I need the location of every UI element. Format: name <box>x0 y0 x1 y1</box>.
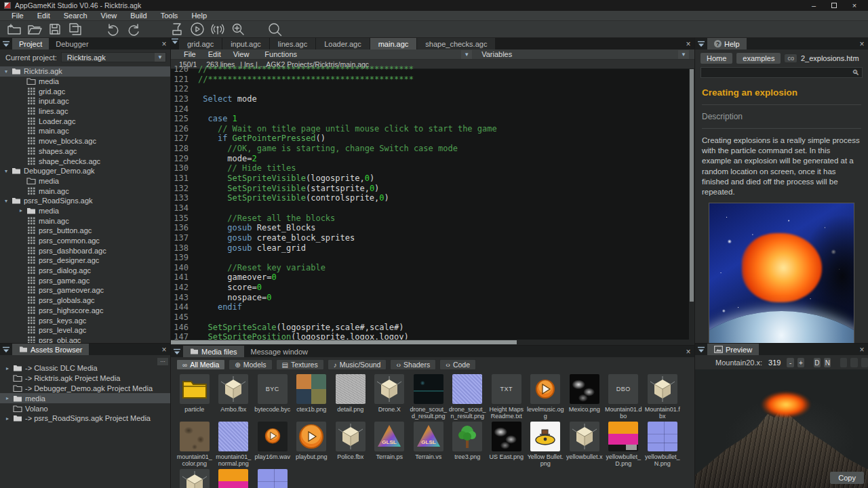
media-item[interactable]: US East.png <box>487 422 526 467</box>
editor-tab-lines-agc[interactable]: lines.agc <box>270 38 316 49</box>
open-project-button[interactable] <box>24 21 45 37</box>
close-icon[interactable]: × <box>856 38 868 49</box>
project-tree-item[interactable]: lines.agc <box>0 106 170 117</box>
project-tree-item[interactable]: psrs_dashboard.agc <box>0 245 170 256</box>
redo-button[interactable] <box>123 21 144 37</box>
media-thumbnail-badge[interactable]: DBO <box>608 374 638 404</box>
filter-textures[interactable]: ▤Textures <box>276 359 324 370</box>
chevron-down-icon[interactable]: ▾ <box>1 168 11 174</box>
code-line[interactable]: 144 endif <box>171 302 689 312</box>
close-icon[interactable]: × <box>682 346 694 357</box>
project-tree-item[interactable]: psrs_keys.agc <box>0 315 170 325</box>
media-item[interactable]: tree3.png <box>448 422 488 467</box>
project-tree-item[interactable]: ▸media <box>0 206 170 216</box>
close-icon[interactable]: × <box>856 344 868 355</box>
broadcast-button[interactable] <box>208 21 228 37</box>
scrollbar-thumb[interactable] <box>690 69 694 302</box>
media-item[interactable]: Yellow Bullet.png <box>526 422 566 467</box>
code-line[interactable]: 120//***********************************… <box>171 64 689 75</box>
panel-menu-icon[interactable] <box>0 38 12 49</box>
media-thumbnail-sprites[interactable] <box>296 374 326 404</box>
compile-button[interactable] <box>167 21 187 37</box>
filter-code[interactable]: ‹›Code <box>439 359 476 370</box>
media-item[interactable]: drone_scout_d_result.png <box>409 374 448 420</box>
media-item[interactable]: Ambo.fbx <box>214 374 254 420</box>
code-line[interactable]: 142 score=0 <box>171 283 689 293</box>
media-item[interactable]: TXTHeight Maps Readme.txt <box>487 374 526 420</box>
code-line[interactable]: 134 <box>171 203 689 214</box>
close-button[interactable]: × <box>845 1 864 10</box>
media-item[interactable]: drone_scout_n_result.png <box>448 374 488 420</box>
project-tree-item[interactable]: main.agc <box>0 216 170 226</box>
code-line[interactable]: 139 <box>171 253 689 263</box>
code-line[interactable]: 123 Select mode <box>171 94 689 104</box>
code-line[interactable]: 140 //Reset key variable <box>171 263 689 273</box>
tab-project[interactable]: Project <box>12 38 49 49</box>
project-tree-item[interactable]: psrs_designer.agc <box>0 256 170 266</box>
editor-tab-input-agc[interactable]: input.agc <box>222 38 270 49</box>
chevron-down-icon[interactable]: ▼ <box>155 53 165 62</box>
asset-tree-item[interactable]: ▸media <box>0 393 170 403</box>
media-thumbnail-sheetN[interactable] <box>258 469 288 488</box>
code-line[interactable]: 132 SetSpriteVisible(startsprite,0) <box>171 184 689 194</box>
copy-button[interactable]: Copy <box>830 472 864 484</box>
project-tree-item[interactable]: ▾Debugger_Demo.agk <box>0 166 170 176</box>
media-thumbnail-audiodark[interactable] <box>258 422 288 451</box>
media-thumbnail-bullet[interactable] <box>530 422 560 451</box>
media-item[interactable]: particle <box>175 374 214 420</box>
asset-tree-item[interactable]: ▸-> Classic DLC Media <box>0 363 170 373</box>
media-thumbnail-badge[interactable]: BYC <box>258 374 288 404</box>
editor-tab-shape_checks-agc[interactable]: shape_checks.agc <box>417 38 496 49</box>
project-tree-item[interactable]: grid.agc <box>0 86 170 96</box>
project-tree-item[interactable]: psrs_dialog.agc <box>0 266 170 276</box>
code-line[interactable]: 138 gosub clear_grid <box>171 243 689 253</box>
menu-help[interactable]: Help <box>185 11 213 20</box>
run-button[interactable] <box>187 21 208 37</box>
media-item[interactable] <box>175 469 214 488</box>
menu-tools[interactable]: Tools <box>155 11 184 20</box>
asset-tree-item[interactable]: Volano <box>0 403 170 413</box>
project-tree-item[interactable]: media <box>0 176 170 186</box>
media-thumbnail-cube[interactable] <box>648 374 677 404</box>
media-item[interactable] <box>214 469 254 488</box>
code-line[interactable]: 129 mode=2 <box>171 154 689 164</box>
close-icon[interactable]: × <box>158 344 170 355</box>
media-item[interactable]: Drone.X <box>370 374 410 420</box>
restore-button[interactable] <box>825 1 844 10</box>
code-line[interactable]: 141 gameover=0 <box>171 272 689 283</box>
more-button[interactable]: ... <box>157 358 168 365</box>
media-item[interactable]: yellowbullet_D.png <box>604 422 644 467</box>
project-tree-item[interactable]: media <box>0 77 170 87</box>
project-tree-item[interactable]: psrs_game.agc <box>0 275 170 285</box>
code-line[interactable]: 125 case 1 <box>171 114 689 124</box>
project-tree-item[interactable]: ▾Ricktris.agk <box>0 66 170 77</box>
media-thumbnail-sheetD[interactable] <box>218 469 248 488</box>
media-thumbnail-badge[interactable]: TXT <box>492 374 521 404</box>
debug-button[interactable] <box>228 21 248 37</box>
normal-button[interactable]: N <box>824 358 831 367</box>
media-thumbnail-cube[interactable] <box>180 469 210 488</box>
code-line[interactable]: 126 // Wait on title page until mouse cl… <box>171 124 689 134</box>
menu-build[interactable]: Build <box>124 11 153 20</box>
code-line[interactable]: 128 //OK, game is starting, change Switc… <box>171 144 689 154</box>
chevron-right-icon[interactable]: ▸ <box>3 415 12 422</box>
editor-tab-Loader-agc[interactable]: Loader.agc <box>316 38 370 49</box>
media-thumbnail-audio[interactable] <box>530 374 560 404</box>
media-item[interactable]: play16m.wav <box>253 422 292 467</box>
project-tree-item[interactable]: shapes.agc <box>0 146 170 157</box>
editor-menu-view[interactable]: View <box>227 50 256 58</box>
functions-dropdown[interactable]: Functions ▼ <box>264 50 472 59</box>
media-thumbnail-cube[interactable] <box>374 374 404 404</box>
asset-tree-item[interactable]: -> Debugger_Demo.agk Project Media <box>0 384 170 394</box>
media-item[interactable]: Mountain01.fbx <box>643 374 682 420</box>
media-item[interactable]: levelmusic.ogg <box>526 374 566 420</box>
project-tree-item[interactable]: ▾psrs_RoadSigns.agk <box>0 196 170 206</box>
code-line[interactable]: 143 nospace=0 <box>171 293 689 303</box>
chevron-right-icon[interactable]: ▸ <box>16 207 26 214</box>
media-item[interactable]: BYCbytecode.byc <box>253 374 292 420</box>
editor-tab-main-agc[interactable]: main.agc <box>370 38 418 49</box>
project-tree-item[interactable]: psrs_button.agc <box>0 226 170 236</box>
project-tree-item[interactable]: psrs_obj.agc <box>0 336 170 343</box>
code-line[interactable]: 136 gosub Reset_Blocks <box>171 223 689 233</box>
code-line[interactable]: 124 <box>171 104 689 115</box>
